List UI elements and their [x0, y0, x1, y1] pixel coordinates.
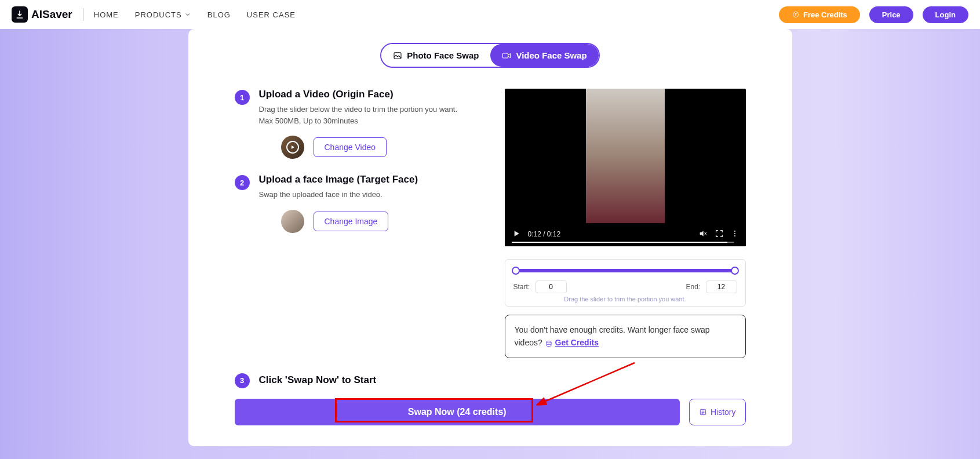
trim-handle-start[interactable]: [512, 267, 520, 275]
play-icon[interactable]: [512, 229, 521, 240]
step-1-title: Upload a Video (Origin Face): [259, 89, 458, 100]
logo-icon: [12, 6, 28, 23]
free-credits-label: Free Credits: [803, 10, 847, 19]
nav: HOME PRODUCTS BLOG USER CASE: [94, 10, 296, 19]
nav-products-label: PRODUCTS: [135, 10, 182, 19]
svg-rect-1: [394, 52, 401, 59]
preview-column: 0:12 / 0:12: [505, 89, 746, 358]
trim-handle-end[interactable]: [731, 267, 739, 275]
step-2-desc: Swap the uploaded face in the video.: [259, 189, 418, 201]
coin-icon: [792, 10, 800, 19]
more-icon[interactable]: [731, 230, 739, 239]
history-label: History: [711, 407, 736, 417]
svg-point-6: [547, 341, 551, 343]
coin-stack-icon: [545, 340, 553, 348]
svg-rect-2: [503, 53, 508, 58]
face-thumbnail[interactable]: [281, 210, 304, 233]
tab-video-label: Video Face Swap: [516, 50, 586, 60]
login-button[interactable]: Login: [923, 6, 968, 23]
image-icon: [393, 51, 402, 60]
divider: [83, 8, 83, 21]
svg-point-3: [734, 230, 735, 231]
video-icon: [502, 51, 511, 60]
logo-text: AISaver: [31, 8, 72, 21]
trim-slider[interactable]: [516, 269, 735, 272]
nav-blog[interactable]: BLOG: [207, 10, 231, 19]
trim-end-input[interactable]: [706, 280, 737, 293]
trim-start-label: Start:: [513, 283, 530, 291]
mode-toggle: Photo Face Swap Video Face Swap: [380, 43, 599, 68]
step-2: 2 Upload a face Image (Target Face) Swap…: [235, 174, 482, 201]
chevron-down-icon: [184, 11, 191, 18]
tab-photo-swap[interactable]: Photo Face Swap: [381, 44, 490, 67]
change-image-button[interactable]: Change Image: [314, 212, 389, 231]
free-credits-button[interactable]: Free Credits: [779, 6, 860, 23]
steps-column: 1 Upload a Video (Origin Face) Drag the …: [235, 89, 482, 358]
step-2-num: 2: [235, 175, 250, 190]
step-3-title: Click 'Swap Now' to Start: [259, 374, 377, 386]
video-time: 0:12 / 0:12: [528, 230, 561, 238]
step-3-num: 3: [235, 373, 250, 388]
trim-end-label: End:: [686, 283, 700, 291]
list-icon: [699, 408, 707, 416]
change-video-button[interactable]: Change Video: [314, 137, 387, 157]
video-frame: [586, 89, 665, 223]
tab-video-swap[interactable]: Video Face Swap: [490, 44, 598, 67]
tab-photo-label: Photo Face Swap: [407, 50, 479, 60]
step-1-desc1: Drag the slider below the video to trim …: [259, 104, 458, 115]
nav-usercase[interactable]: USER CASE: [247, 10, 296, 19]
fullscreen-icon[interactable]: [715, 229, 724, 240]
action-row: Swap Now (24 credits) History: [235, 399, 746, 425]
price-button[interactable]: Price: [869, 6, 913, 23]
header: AISaver HOME PRODUCTS BLOG USER CASE Fre…: [0, 0, 980, 29]
logo[interactable]: AISaver: [12, 6, 72, 23]
nav-home[interactable]: HOME: [94, 10, 119, 19]
history-button[interactable]: History: [689, 399, 746, 425]
video-player[interactable]: 0:12 / 0:12: [505, 89, 746, 246]
swap-now-button[interactable]: Swap Now (24 credits): [235, 399, 680, 425]
trim-panel: Start: End: Drag the slider to trim the …: [505, 259, 746, 307]
video-thumbnail[interactable]: [281, 136, 304, 159]
step-1-num: 1: [235, 90, 250, 105]
main-card: Photo Face Swap Video Face Swap 1 Upload…: [188, 29, 792, 446]
mute-icon[interactable]: [698, 229, 708, 240]
nav-products[interactable]: PRODUCTS: [135, 10, 191, 19]
video-progress[interactable]: [512, 242, 734, 243]
header-right: Free Credits Price Login: [779, 6, 968, 23]
trim-start-input[interactable]: [535, 280, 567, 293]
svg-point-4: [734, 232, 735, 234]
svg-point-5: [734, 235, 735, 236]
trim-hint: Drag the slider to trim the portion you …: [512, 296, 738, 304]
step-1-desc2: Max 500MB, Up to 30minutes: [259, 115, 458, 127]
step-3: 3 Click 'Swap Now' to Start: [235, 372, 746, 388]
get-credits-link[interactable]: Get Credits: [555, 338, 599, 347]
step-2-title: Upload a face Image (Target Face): [259, 174, 418, 185]
credits-message: You don't have enough credits. Want long…: [505, 315, 746, 358]
credits-message-text: You don't have enough credits. Want long…: [515, 325, 710, 347]
step-1: 1 Upload a Video (Origin Face) Drag the …: [235, 89, 482, 126]
